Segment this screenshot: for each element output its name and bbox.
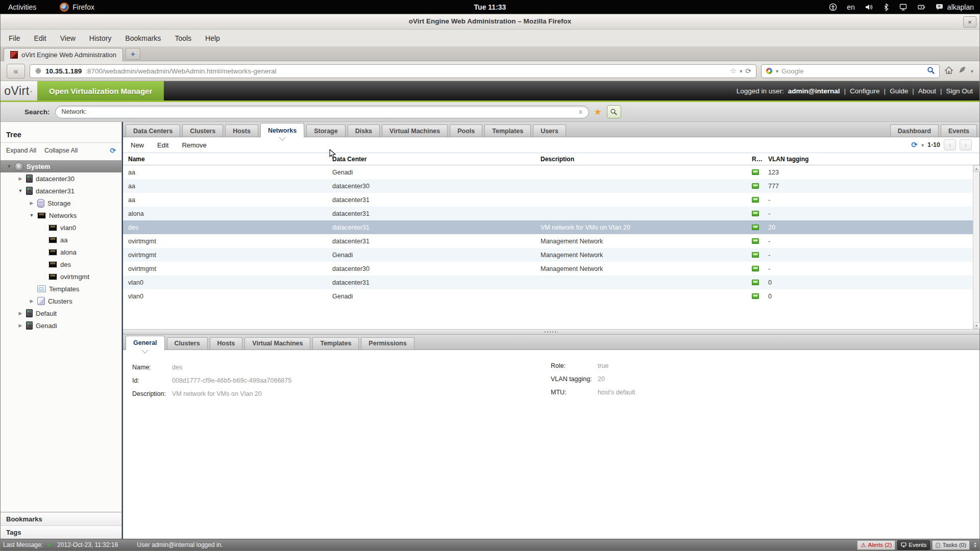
search-go-icon[interactable] bbox=[927, 66, 935, 76]
detail-splitter[interactable] bbox=[123, 329, 979, 335]
detail-tab-virtual-machines[interactable]: Virtual Machines bbox=[244, 337, 310, 349]
tab-pools[interactable]: Pools bbox=[450, 124, 482, 137]
tree-item-system[interactable]: ▼System bbox=[1, 160, 121, 172]
tab-disks[interactable]: Disks bbox=[348, 124, 380, 137]
collapse-all-link[interactable]: Collapse All bbox=[44, 147, 78, 154]
tree-item-ovirtmgmt[interactable]: ovirtmgmt bbox=[1, 270, 121, 283]
dashboard-button[interactable]: Dashboard bbox=[890, 124, 939, 137]
table-row[interactable]: ovirtmgmtdatacenter31Management Network- bbox=[123, 234, 979, 248]
edit-action[interactable]: Edit bbox=[157, 141, 168, 149]
events-button[interactable]: Events bbox=[897, 540, 930, 550]
tags-section-header[interactable]: Tags bbox=[1, 525, 121, 539]
new-tab-button[interactable]: + bbox=[126, 48, 140, 60]
table-row[interactable]: desdatacenter31VM network for VMs on Vla… bbox=[123, 220, 979, 234]
grid-refresh-icon[interactable]: ⟳ bbox=[911, 140, 918, 149]
table-row[interactable]: vlan0datacenter310 bbox=[123, 276, 979, 289]
column-header-vlan-tagging[interactable]: VLAN tagging bbox=[763, 156, 979, 163]
bluetooth-icon[interactable] bbox=[883, 3, 889, 11]
tab-users[interactable]: Users bbox=[533, 124, 566, 137]
new-action[interactable]: New bbox=[131, 141, 144, 149]
tree-item-genadi[interactable]: ▶Genadi bbox=[1, 319, 121, 332]
column-header-name[interactable]: Name bbox=[123, 156, 327, 163]
search-button[interactable] bbox=[607, 105, 621, 118]
home-icon[interactable] bbox=[944, 66, 953, 77]
column-header-role[interactable]: Role bbox=[747, 156, 763, 163]
accessibility-icon[interactable] bbox=[829, 3, 837, 11]
menu-history[interactable]: History bbox=[89, 34, 112, 42]
window-titlebar[interactable]: oVirt Engine Web Administration – Mozill… bbox=[1, 14, 979, 30]
detail-tab-templates[interactable]: Templates bbox=[312, 337, 359, 349]
table-row[interactable]: aadatacenter31- bbox=[123, 193, 979, 207]
menu-help[interactable]: Help bbox=[205, 34, 220, 42]
tree-item-vlan0[interactable]: vlan0 bbox=[1, 221, 121, 234]
detail-tab-hosts[interactable]: Hosts bbox=[210, 337, 243, 349]
window-close-button[interactable]: × bbox=[963, 16, 976, 28]
tree-item-datacenter30[interactable]: ▶datacenter30 bbox=[1, 172, 121, 185]
header-link-about[interactable]: About bbox=[918, 87, 936, 95]
back-button[interactable]: « bbox=[7, 64, 25, 79]
expand-all-link[interactable]: Expand All bbox=[6, 147, 36, 154]
tab-clusters[interactable]: Clusters bbox=[182, 124, 223, 137]
web-search-box[interactable]: ▾ Google bbox=[761, 64, 940, 78]
search-engine-dropdown-icon[interactable]: ▾ bbox=[776, 68, 778, 74]
menu-bookmarks[interactable]: Bookmarks bbox=[125, 34, 161, 42]
table-row[interactable]: ovirtmgmtGenadiManagement Network- bbox=[123, 248, 979, 262]
detail-tab-clusters[interactable]: Clusters bbox=[167, 337, 208, 349]
battery-icon[interactable] bbox=[917, 3, 926, 11]
keyboard-layout-indicator[interactable]: en bbox=[847, 3, 855, 11]
display-icon[interactable] bbox=[899, 3, 908, 11]
tree-panel-title[interactable]: Tree bbox=[1, 122, 121, 143]
tree-expand-arrow[interactable]: ▶ bbox=[18, 323, 23, 328]
reload-icon[interactable]: ⟳ bbox=[745, 67, 751, 75]
tab-networks[interactable]: Networks bbox=[260, 123, 304, 137]
tree-collapse-arrow[interactable]: ▼ bbox=[7, 164, 12, 169]
clock[interactable]: Tue 11:33 bbox=[474, 3, 506, 11]
table-row[interactable]: aaGenadi123 bbox=[123, 165, 979, 179]
tree-item-templates[interactable]: Templates bbox=[1, 283, 121, 295]
prev-page-button[interactable]: ‹ bbox=[944, 139, 956, 151]
ovirt-logo[interactable]: oVirt· bbox=[1, 81, 37, 101]
menu-edit[interactable]: Edit bbox=[34, 34, 46, 42]
tab-storage[interactable]: Storage bbox=[306, 124, 346, 137]
tree-item-aa[interactable]: aa bbox=[1, 234, 121, 246]
tasks-button[interactable]: Tasks (0) bbox=[932, 540, 970, 550]
header-link-sign-out[interactable]: Sign Out bbox=[946, 87, 973, 95]
table-row[interactable]: alonadatacenter31- bbox=[123, 207, 979, 220]
activities-button[interactable]: Activities bbox=[8, 3, 36, 11]
bookmark-search-icon[interactable]: ★ bbox=[594, 108, 602, 116]
next-page-button[interactable]: › bbox=[960, 139, 972, 151]
detail-tab-permissions[interactable]: Permissions bbox=[361, 337, 414, 349]
tree-expand-arrow[interactable]: ▶ bbox=[18, 176, 23, 181]
tree-expand-arrow[interactable]: ▶ bbox=[29, 201, 34, 206]
tab-templates[interactable]: Templates bbox=[484, 124, 531, 137]
column-header-data-center[interactable]: Data Center bbox=[327, 156, 535, 163]
user-menu[interactable]: alkaplan bbox=[936, 3, 974, 11]
header-link-guide[interactable]: Guide bbox=[890, 87, 908, 95]
tree-refresh-icon[interactable]: ⟳ bbox=[110, 146, 116, 155]
table-row[interactable]: vlan0Genadi0 bbox=[123, 289, 979, 303]
table-row[interactable]: aadatacenter30777 bbox=[123, 179, 979, 193]
tree-item-default[interactable]: ▶Default bbox=[1, 307, 121, 319]
app-menu-firefox[interactable]: Firefox bbox=[60, 3, 94, 12]
tree-collapse-arrow[interactable]: ▼ bbox=[29, 213, 34, 218]
url-bar[interactable]: 10.35.1.189 :8700/webadmin/webadmin/WebA… bbox=[30, 64, 756, 78]
scroll-down-icon[interactable]: ▼ bbox=[973, 322, 980, 329]
events-button[interactable]: Events bbox=[941, 124, 977, 137]
tree-item-alona[interactable]: alona bbox=[1, 246, 121, 258]
tree-expand-arrow[interactable]: ▶ bbox=[29, 298, 34, 304]
volume-icon[interactable] bbox=[865, 3, 873, 11]
grid-scrollbar[interactable]: ▲ ▼ bbox=[973, 165, 979, 329]
browser-tab-active[interactable]: oVirt Engine Web Administration bbox=[4, 48, 123, 61]
bookmarks-section-header[interactable]: Bookmarks bbox=[1, 512, 121, 525]
header-link-configure[interactable]: Configure bbox=[850, 87, 880, 95]
bookmark-star-icon[interactable]: ☆ bbox=[730, 66, 737, 76]
tab-data-centers[interactable]: Data Centers bbox=[126, 124, 180, 137]
tree-item-clusters[interactable]: ▶Clusters bbox=[1, 295, 121, 307]
alerts-button[interactable]: ⚠ Alerts (2) bbox=[857, 540, 895, 550]
table-row[interactable]: ovirtmgmtdatacenter30Management Network- bbox=[123, 262, 979, 276]
search-clear-icon[interactable]: x bbox=[579, 108, 582, 115]
addons-icon[interactable] bbox=[958, 66, 966, 76]
tree-expand-arrow[interactable]: ▶ bbox=[18, 311, 23, 316]
refresh-dropdown-icon[interactable]: ▾ bbox=[921, 142, 924, 148]
menu-file[interactable]: File bbox=[9, 34, 20, 42]
